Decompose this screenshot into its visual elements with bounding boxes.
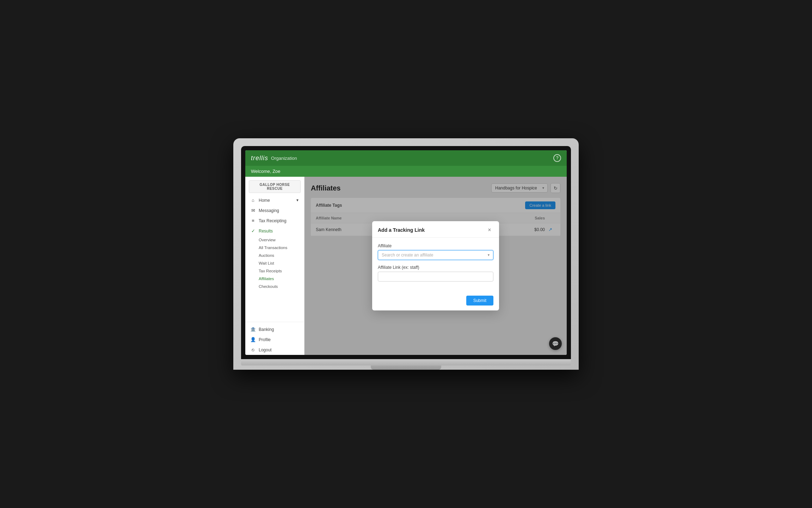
modal-footer: Submit bbox=[372, 292, 499, 310]
sidebar-sub-wait-list[interactable]: Wait List bbox=[245, 259, 304, 267]
sidebar-sub-tax-receipts[interactable]: Tax Receipts bbox=[245, 267, 304, 275]
sidebar-sub-auctions[interactable]: Auctions bbox=[245, 252, 304, 259]
welcome-bar: Welcome, Zoe bbox=[245, 166, 567, 177]
laptop: trellis Organization ? Welcome, Zoe GALL bbox=[233, 138, 579, 370]
sidebar-divider bbox=[245, 322, 304, 322]
sidebar: GALLOP HORSE RESCUE ⌂ Home ▼ ✉ Messaging bbox=[245, 177, 304, 355]
nav-section: ⌂ Home ▼ ✉ Messaging ≡ T bbox=[245, 195, 304, 320]
banking-icon: 🏦 bbox=[250, 327, 256, 332]
sidebar-item-banking-label: Banking bbox=[259, 327, 274, 332]
sidebar-item-profile-label: Profile bbox=[259, 337, 271, 342]
sidebar-sub-all-transactions[interactable]: All Transactions bbox=[245, 244, 304, 252]
affiliate-link-form-group: Affiliate Link (ex: staff) bbox=[378, 265, 493, 282]
modal-close-button[interactable]: × bbox=[486, 226, 493, 234]
logo-area: trellis Organization bbox=[251, 155, 297, 162]
profile-icon: 👤 bbox=[250, 337, 256, 342]
modal-overlay: Add a Tracking Link × Affiliate bbox=[304, 177, 567, 355]
logo: trellis bbox=[251, 155, 268, 162]
welcome-text: Welcome, Zoe bbox=[251, 169, 281, 174]
submit-button[interactable]: Submit bbox=[466, 296, 493, 306]
logout-icon: ⎋ bbox=[250, 347, 256, 352]
sidebar-item-logout[interactable]: ⎋ Logout bbox=[245, 345, 304, 355]
sidebar-item-logout-label: Logout bbox=[259, 347, 272, 352]
content-area: Affiliates Handbags for Hospice ↻ bbox=[304, 177, 567, 355]
org-button[interactable]: GALLOP HORSE RESCUE bbox=[249, 180, 301, 193]
home-icon: ⌂ bbox=[250, 198, 256, 203]
modal-body: Affiliate Search or create an affiliate bbox=[372, 238, 499, 292]
chevron-down-icon: ▼ bbox=[296, 198, 299, 202]
screen: trellis Organization ? Welcome, Zoe GALL bbox=[245, 150, 567, 355]
sidebar-item-tax-receipting-label: Tax Receipting bbox=[259, 218, 287, 223]
sidebar-sub-checkouts[interactable]: Checkouts bbox=[245, 283, 304, 290]
modal-add-tracking-link: Add a Tracking Link × Affiliate bbox=[372, 221, 499, 310]
sidebar-sub-affiliates[interactable]: Affiliates bbox=[245, 275, 304, 283]
org-type: Organization bbox=[271, 156, 297, 161]
sidebar-item-profile[interactable]: 👤 Profile bbox=[245, 334, 304, 345]
sidebar-item-messaging[interactable]: ✉ Messaging bbox=[245, 205, 304, 216]
sidebar-item-tax-receipting[interactable]: ≡ Tax Receipting bbox=[245, 216, 304, 226]
sidebar-item-banking[interactable]: 🏦 Banking bbox=[245, 324, 304, 334]
sidebar-item-results-label: Results bbox=[259, 229, 273, 234]
modal-header: Add a Tracking Link × bbox=[372, 221, 499, 238]
affiliate-select-wrapper[interactable]: Search or create an affiliate bbox=[378, 250, 493, 260]
sidebar-sub-overview[interactable]: Overview bbox=[245, 236, 304, 244]
help-button[interactable]: ? bbox=[553, 154, 561, 162]
top-header: trellis Organization ? bbox=[245, 150, 567, 166]
affiliate-label: Affiliate bbox=[378, 243, 493, 248]
affiliate-link-input[interactable] bbox=[378, 272, 493, 282]
tax-receipting-icon: ≡ bbox=[250, 218, 256, 223]
sidebar-item-messaging-label: Messaging bbox=[259, 208, 279, 213]
sidebar-item-home[interactable]: ⌂ Home ▼ bbox=[245, 195, 304, 205]
affiliate-link-label: Affiliate Link (ex: staff) bbox=[378, 265, 493, 270]
results-icon: ✓ bbox=[250, 228, 256, 234]
sidebar-item-home-label: Home bbox=[259, 198, 270, 203]
affiliate-select[interactable]: Search or create an affiliate bbox=[378, 250, 493, 260]
modal-title: Add a Tracking Link bbox=[378, 227, 425, 233]
sidebar-item-results[interactable]: ✓ Results bbox=[245, 226, 304, 236]
laptop-base bbox=[241, 359, 571, 365]
main-area: GALLOP HORSE RESCUE ⌂ Home ▼ ✉ Messaging bbox=[245, 177, 567, 355]
affiliate-form-group: Affiliate Search or create an affiliate bbox=[378, 243, 493, 260]
messaging-icon: ✉ bbox=[250, 208, 256, 213]
laptop-stand bbox=[371, 365, 441, 370]
